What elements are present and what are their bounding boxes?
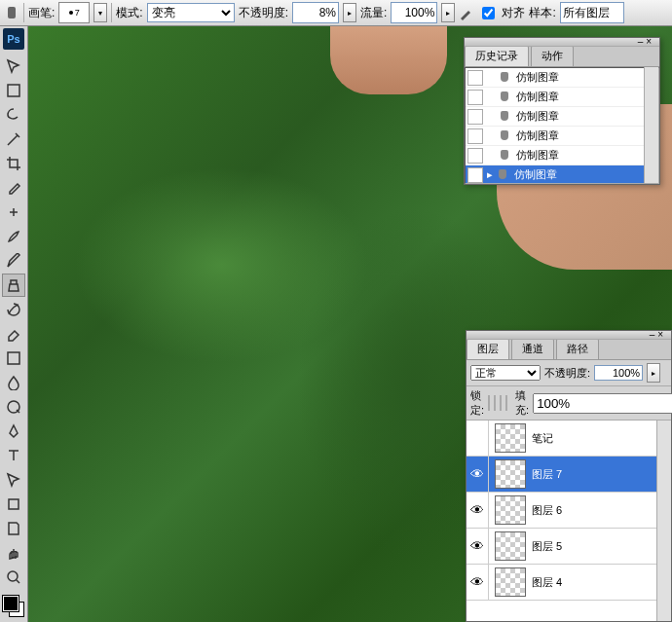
- layers-titlebar[interactable]: – ×: [467, 331, 671, 340]
- healing-tool[interactable]: [2, 201, 25, 224]
- history-item[interactable]: 仿制图章: [466, 127, 658, 146]
- layer-row[interactable]: 👁图层 7: [467, 457, 671, 493]
- layer-thumbnail[interactable]: [495, 459, 526, 489]
- layer-row[interactable]: 👁图层 6: [467, 493, 671, 529]
- history-item-label: 仿制图章: [516, 128, 559, 143]
- clone-stamp-tool[interactable]: [2, 274, 25, 297]
- lock-label: 锁定:: [470, 388, 484, 418]
- eraser-tool[interactable]: [2, 322, 25, 346]
- notes-tool[interactable]: [2, 517, 25, 540]
- history-list: 仿制图章仿制图章仿制图章仿制图章仿制图章▸仿制图章: [465, 67, 659, 184]
- clone-stamp-icon: [4, 5, 19, 20]
- clone-stamp-icon: [495, 167, 510, 183]
- path-select-tool[interactable]: [2, 468, 25, 492]
- pencil-tool[interactable]: [2, 249, 25, 273]
- layers-list: 笔记👁图层 7👁图层 6👁图层 5👁图层 4: [467, 421, 671, 621]
- wand-tool[interactable]: [2, 128, 25, 151]
- lock-transparency-icon[interactable]: [488, 395, 490, 411]
- flow-input[interactable]: [391, 2, 437, 23]
- mode-label: 模式:: [116, 5, 142, 21]
- history-scrollbar[interactable]: [644, 67, 658, 183]
- history-panel: – × 历史记录 动作 仿制图章仿制图章仿制图章仿制图章仿制图章▸仿制图章: [464, 37, 660, 185]
- clone-stamp-icon: [497, 128, 512, 144]
- fill-input[interactable]: [533, 393, 672, 414]
- visibility-toggle[interactable]: 👁: [467, 493, 489, 528]
- flow-label: 流量:: [360, 5, 387, 21]
- opacity-input[interactable]: [292, 2, 339, 23]
- tab-actions[interactable]: 动作: [531, 45, 574, 66]
- tab-layers[interactable]: 图层: [467, 338, 509, 359]
- history-item-label: 仿制图章: [516, 109, 559, 124]
- zoom-tool[interactable]: [2, 566, 25, 589]
- airbrush-icon[interactable]: [459, 5, 474, 20]
- tab-history[interactable]: 历史记录: [465, 45, 529, 66]
- layer-name: 图层 6: [532, 503, 671, 518]
- visibility-toggle[interactable]: [467, 421, 489, 456]
- brush-label: 画笔:: [28, 5, 55, 21]
- tab-paths[interactable]: 路径: [556, 338, 599, 359]
- layer-thumbnail[interactable]: [495, 567, 526, 597]
- layer-name: 图层 7: [532, 467, 671, 482]
- brush-preview[interactable]: 7: [58, 2, 90, 23]
- layer-thumbnail[interactable]: [495, 423, 526, 453]
- ps-logo: Ps: [3, 28, 24, 50]
- history-item[interactable]: ▸仿制图章: [466, 165, 658, 184]
- blend-mode-select[interactable]: 正常: [470, 365, 541, 381]
- close-icon[interactable]: – ×: [638, 36, 652, 47]
- history-item[interactable]: 仿制图章: [466, 88, 658, 107]
- history-checkbox[interactable]: [467, 167, 483, 183]
- history-item-label: 仿制图章: [516, 148, 559, 163]
- clone-stamp-icon: [497, 70, 512, 86]
- gradient-tool[interactable]: [2, 347, 25, 370]
- history-titlebar[interactable]: – ×: [465, 38, 659, 47]
- history-checkbox[interactable]: [467, 128, 483, 144]
- layer-opacity-input[interactable]: [594, 365, 643, 381]
- pen-tool[interactable]: [2, 420, 25, 443]
- eyedropper-tool[interactable]: [2, 176, 25, 200]
- flow-arrow[interactable]: ▸: [441, 3, 455, 22]
- move-tool[interactable]: [2, 55, 25, 78]
- type-tool[interactable]: [2, 444, 25, 467]
- hand-tool[interactable]: [2, 541, 25, 565]
- lock-pixels-icon[interactable]: [494, 395, 496, 411]
- rectangle-tool[interactable]: [2, 493, 25, 516]
- marquee-tool[interactable]: [2, 79, 25, 102]
- layer-row[interactable]: 笔记: [467, 421, 671, 457]
- color-swatch[interactable]: [3, 596, 24, 617]
- history-item[interactable]: 仿制图章: [466, 146, 658, 165]
- opacity-arrow[interactable]: ▸: [647, 363, 660, 383]
- aligned-checkbox[interactable]: [482, 7, 495, 19]
- history-checkbox[interactable]: [467, 70, 483, 86]
- crop-tool[interactable]: [2, 152, 25, 175]
- layers-scrollbar[interactable]: [656, 421, 671, 621]
- history-checkbox[interactable]: [467, 109, 483, 125]
- blur-tool[interactable]: [2, 371, 25, 394]
- sample-label: 样本:: [529, 5, 555, 21]
- visibility-toggle[interactable]: 👁: [467, 565, 489, 600]
- layer-thumbnail[interactable]: [495, 531, 526, 561]
- lasso-tool[interactable]: [2, 103, 25, 127]
- tab-channels[interactable]: 通道: [511, 338, 554, 359]
- dodge-tool[interactable]: [2, 395, 25, 419]
- history-checkbox[interactable]: [467, 148, 483, 164]
- mode-select[interactable]: 变亮: [147, 3, 235, 22]
- clone-stamp-icon: [497, 90, 512, 105]
- history-item[interactable]: 仿制图章: [466, 107, 658, 127]
- brush-tool[interactable]: [2, 225, 25, 248]
- opacity-arrow[interactable]: ▸: [343, 3, 356, 22]
- visibility-toggle[interactable]: 👁: [467, 529, 489, 564]
- layer-row[interactable]: 👁图层 4: [467, 565, 671, 601]
- visibility-toggle[interactable]: 👁: [467, 457, 489, 492]
- clone-stamp-icon: [497, 148, 512, 164]
- lock-all-icon[interactable]: [505, 395, 507, 411]
- sample-select[interactable]: [560, 2, 624, 23]
- lock-position-icon[interactable]: [500, 395, 502, 411]
- history-brush-tool[interactable]: [2, 298, 25, 321]
- history-item[interactable]: 仿制图章: [466, 68, 658, 88]
- brush-dropdown[interactable]: ▾: [93, 3, 107, 22]
- foreground-color[interactable]: [3, 596, 19, 611]
- layer-row[interactable]: 👁图层 5: [467, 529, 671, 565]
- history-checkbox[interactable]: [467, 90, 483, 105]
- layer-thumbnail[interactable]: [495, 495, 526, 525]
- close-icon[interactable]: – ×: [650, 329, 663, 340]
